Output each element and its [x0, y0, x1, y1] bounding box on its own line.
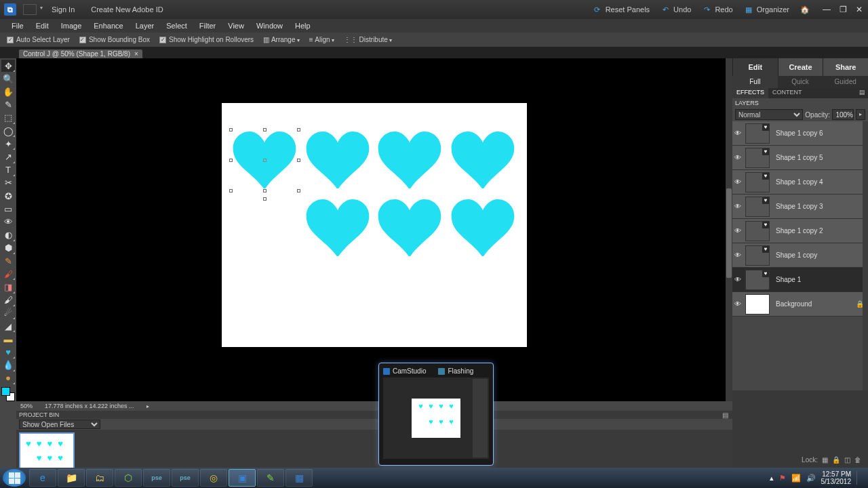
eraser-tool[interactable]: ◨ [1, 281, 15, 293]
menu-image[interactable]: Image [55, 22, 88, 30]
layer-name[interactable]: Shape 1 copy 2 [776, 227, 823, 235]
paint-bucket-tool[interactable]: ◢ [1, 320, 15, 332]
create-adobe-id-link[interactable]: Create New Adobe ID [91, 5, 163, 14]
visibility-toggle[interactable]: 👁 [732, 276, 743, 283]
crop-tool[interactable]: ✂ [1, 177, 15, 189]
sub-guided[interactable]: Guided [823, 76, 868, 88]
layer-row[interactable]: 👁♥Shape 1 copy 6 [732, 121, 868, 146]
selection-handle[interactable] [297, 159, 300, 162]
selection-handle[interactable] [263, 189, 267, 192]
cookie-cutter-tool[interactable]: ✪ [1, 190, 15, 202]
zoom-tool[interactable]: 🔍 [1, 73, 15, 85]
selection-handle[interactable] [297, 189, 300, 192]
distribute-dropdown[interactable]: Distribute [359, 36, 392, 43]
taskbar-hover-preview[interactable]: CamStudio Flashing ♥♥♥♥♥♥♥ [378, 363, 494, 466]
visibility-toggle[interactable]: 👁 [732, 227, 743, 235]
workspace-switcher[interactable] [23, 4, 37, 15]
arrange-dropdown[interactable]: Arrange [271, 36, 300, 43]
taskbar-pse2[interactable]: pse [172, 469, 199, 487]
canvas-scrollbar[interactable] [726, 58, 732, 401]
brush-tool[interactable]: 🖌 [1, 294, 15, 306]
auto-select-checkbox[interactable]: ✓ [7, 37, 14, 43]
layer-name[interactable]: Shape 1 copy [776, 251, 817, 259]
type-tool[interactable]: T [1, 164, 15, 176]
layer-name[interactable]: Shape 1 copy 4 [776, 178, 823, 186]
layer-thumbnail[interactable]: ♥ [745, 197, 770, 217]
layer-thumbnail[interactable] [745, 294, 770, 314]
heart-shape[interactable] [378, 199, 441, 256]
visibility-toggle[interactable]: 👁 [732, 154, 743, 161]
taskbar-camstudio[interactable]: ▣ [229, 469, 256, 487]
align-dropdown[interactable]: Align [315, 36, 334, 43]
recompose-tool[interactable]: ▭ [1, 203, 15, 215]
sub-full[interactable]: Full [732, 76, 778, 88]
layer-row[interactable]: 👁♥Shape 1 copy 2 [732, 219, 868, 243]
layer-thumbnail[interactable]: ♥ [745, 221, 770, 241]
marquee-tool[interactable]: ⬚ [1, 112, 15, 124]
tray-network-icon[interactable]: 📶 [791, 474, 801, 483]
selection-handle[interactable] [229, 159, 233, 162]
taskbar-pse1[interactable]: pse [143, 469, 170, 487]
heart-shape[interactable] [451, 199, 515, 256]
mode-share[interactable]: Share [823, 58, 868, 76]
visibility-toggle[interactable]: 👁 [732, 129, 743, 137]
heart-shape[interactable] [378, 131, 441, 188]
tray-clock[interactable]: 12:57 PM5/13/2012 [821, 470, 852, 485]
lock-all-icon[interactable]: 🔒 [832, 456, 840, 464]
rotation-handle[interactable] [263, 197, 267, 201]
taskbar-app2[interactable]: ◎ [200, 469, 227, 487]
menu-layer[interactable]: Layer [130, 22, 161, 30]
magic-wand-tool[interactable]: ✦ [1, 138, 15, 150]
layer-row[interactable]: 👁♥Shape 1 copy [732, 243, 868, 268]
canvas-area[interactable] [16, 58, 732, 401]
layer-thumbnail[interactable]: ♥ [745, 123, 770, 144]
delete-layer-icon[interactable]: 🗑 [854, 456, 861, 464]
new-layer-icon[interactable]: ◫ [844, 456, 850, 464]
selection-handle[interactable] [229, 128, 233, 131]
lock-transparency-icon[interactable]: ▦ [822, 456, 828, 464]
opacity-input[interactable] [832, 109, 854, 120]
layer-row[interactable]: 👁♥Shape 1 copy 3 [732, 195, 868, 219]
blur-tool[interactable]: 💧 [1, 359, 15, 371]
document-tab[interactable]: Control J @ 50% (Shape 1, RGB/8) × [19, 49, 142, 58]
taskbar-app3[interactable]: ✎ [257, 469, 284, 487]
selection-handle[interactable] [297, 128, 300, 131]
selection-handle[interactable] [263, 128, 267, 131]
reset-panels-button[interactable]: ⟳Reset Panels [593, 5, 650, 14]
color-swatch[interactable] [1, 387, 15, 401]
project-bin-thumbnail[interactable]: ♥♥♥♥♥♥♥ [19, 432, 75, 473]
minimize-button[interactable]: ― [822, 5, 831, 14]
gradient-tool[interactable]: ▬ [1, 333, 15, 345]
start-button[interactable] [3, 469, 26, 487]
layer-name[interactable]: Shape 1 copy 6 [776, 129, 823, 137]
sign-in-link[interactable]: Sign In [52, 5, 75, 14]
project-bin-filter[interactable]: Show Open Files [19, 420, 100, 429]
visibility-toggle[interactable]: 👁 [732, 251, 743, 259]
taskbar-ie[interactable]: e [29, 469, 56, 487]
move-tool[interactable]: ✥ [1, 60, 15, 72]
layer-name[interactable]: Shape 1 copy 5 [776, 154, 823, 161]
preview-tab-camstudio[interactable]: CamStudio [393, 367, 426, 375]
close-button[interactable]: ✕ [854, 5, 864, 14]
menu-window[interactable]: Window [250, 22, 289, 30]
taskbar-explorer[interactable]: 📁 [58, 469, 85, 487]
layer-row[interactable]: 👁Background🔒 [732, 292, 868, 317]
layer-thumbnail[interactable]: ♥ [745, 172, 770, 192]
undo-button[interactable]: ↶Undo [660, 5, 691, 14]
sponge-tool[interactable]: ● [1, 372, 15, 384]
redeye-tool[interactable]: 👁 [1, 216, 15, 228]
heart-shape[interactable] [451, 131, 515, 188]
tray-volume-icon[interactable]: 🔊 [806, 474, 816, 483]
taskbar-app4[interactable]: ▦ [285, 469, 313, 487]
selection-handle[interactable] [229, 189, 233, 192]
layer-row[interactable]: 👁♥Shape 1 copy 4 [732, 170, 868, 195]
layers-scrollbar[interactable] [863, 121, 868, 390]
sub-quick[interactable]: Quick [778, 76, 823, 88]
quick-select-tool[interactable]: ↗ [1, 150, 15, 163]
panel-effects[interactable]: EFFECTS [732, 88, 768, 98]
opacity-flyout[interactable]: ▸ [856, 109, 865, 120]
layer-thumbnail[interactable]: ♥ [745, 270, 770, 290]
zoom-level[interactable]: 50% [20, 403, 33, 409]
eyedropper-tool[interactable]: ✎ [1, 99, 15, 111]
shape-tool[interactable]: ♥ [1, 346, 15, 358]
